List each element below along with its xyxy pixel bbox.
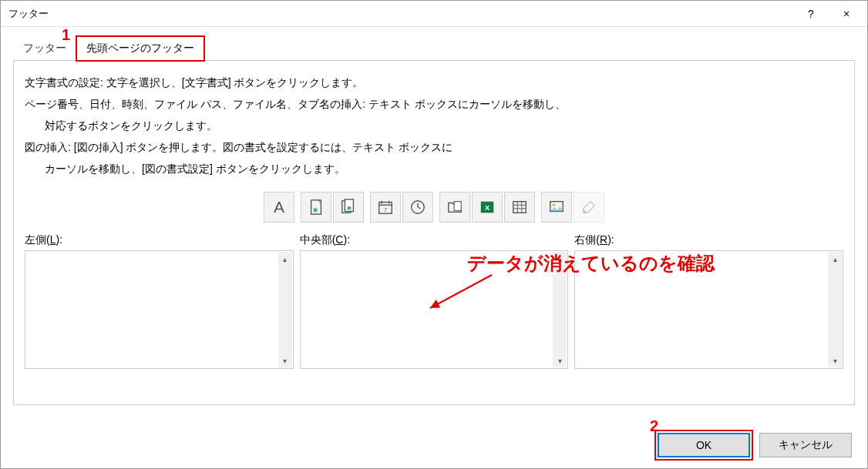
svg-rect-18 <box>513 202 527 213</box>
format-picture-button[interactable] <box>574 192 604 223</box>
scroll-down-icon: ▾ <box>558 353 562 367</box>
svg-point-24 <box>553 204 555 206</box>
svg-line-25 <box>430 275 492 308</box>
tab-panel: 文字書式の設定: 文字を選択し、[文字書式] ボタンをクリックします。 ページ番… <box>13 60 855 405</box>
page-number-icon: # <box>308 199 325 216</box>
page-total-icon: # <box>340 199 357 216</box>
titlebar: フッター ? × <box>1 1 867 27</box>
instruction-line: 対応するボタンをクリックします。 <box>25 115 843 136</box>
instruction-line: 図の挿入: [図の挿入] ボタンを押します。図の書式を設定するには、テキスト ボ… <box>25 136 843 158</box>
scroll-up-icon: ▴ <box>833 252 837 266</box>
svg-line-14 <box>418 207 421 209</box>
titlebar-buttons: ? × <box>793 2 864 26</box>
close-button[interactable]: × <box>829 2 864 26</box>
file-path-button[interactable] <box>439 192 470 223</box>
svg-text:X: X <box>485 204 490 212</box>
window-title: フッター <box>8 7 49 21</box>
instruction-line: ページ番号、日付、時刻、ファイル パス、ファイル名、タブ名の挿入: テキスト ボ… <box>25 93 843 115</box>
callout-2: 2 <box>650 417 658 435</box>
date-button[interactable]: 7 <box>370 192 401 223</box>
picture-icon <box>548 199 565 216</box>
format-picture-icon <box>580 199 597 216</box>
scroll-up-icon: ▴ <box>283 252 287 266</box>
dialog-content: フッター 先頭ページのフッター 文字書式の設定: 文字を選択し、[文字書式] ボ… <box>1 27 867 468</box>
right-section-label: 右側(R): <box>574 233 843 247</box>
callout-arrow-icon <box>424 271 501 317</box>
sheet-icon <box>511 199 528 216</box>
instructions: 文字書式の設定: 文字を選択し、[文字書式] ボタンをクリックします。 ページ番… <box>25 72 843 179</box>
dialog-buttons: OK キャンセル <box>658 433 852 457</box>
left-section-input[interactable]: ▴ ▾ <box>25 250 294 369</box>
section-labels: 左側(L): 中央部(C): 右側(R): <box>25 233 843 247</box>
excel-icon: X <box>479 199 496 216</box>
cancel-button[interactable]: キャンセル <box>759 433 852 457</box>
scroll-down-icon: ▾ <box>833 353 837 367</box>
instruction-line: 文字書式の設定: 文字を選択し、[文字書式] ボタンをクリックします。 <box>25 72 843 93</box>
scroll-down-icon: ▾ <box>283 353 287 367</box>
toolbar: A # # 7 <box>25 192 843 223</box>
tab-strip: フッター 先頭ページのフッター <box>13 36 855 61</box>
help-button[interactable]: ? <box>793 2 829 26</box>
text-format-button[interactable]: A <box>264 192 294 223</box>
time-button[interactable] <box>402 192 433 223</box>
file-name-button[interactable]: X <box>472 192 503 223</box>
callout-text: データが消えているのを確認 <box>467 251 715 276</box>
file-path-icon <box>446 199 463 216</box>
insert-picture-button[interactable] <box>541 192 572 223</box>
ok-button[interactable]: OK <box>658 433 750 457</box>
tab-first-page-footer[interactable]: 先頭ページのフッター <box>76 36 204 61</box>
text-format-icon: A <box>274 198 284 216</box>
left-section-label: 左側(L): <box>25 233 294 247</box>
svg-text:7: 7 <box>384 206 387 213</box>
callout-1: 1 <box>62 26 70 44</box>
help-icon: ? <box>808 8 814 20</box>
center-section-label: 中央部(C): <box>300 233 569 247</box>
page-number-button[interactable]: # <box>301 192 331 223</box>
page-total-button[interactable]: # <box>333 192 364 223</box>
sheet-name-button[interactable] <box>504 192 535 223</box>
scrollbar[interactable]: ▴ ▾ <box>278 252 292 367</box>
close-icon: × <box>843 8 849 20</box>
date-icon: 7 <box>377 199 394 216</box>
time-icon <box>409 199 426 216</box>
svg-rect-15 <box>454 202 461 211</box>
footer-dialog: フッター ? × フッター 先頭ページのフッター 文字書式の設定: 文字を選択し… <box>0 0 868 469</box>
scrollbar[interactable]: ▴ ▾ <box>828 252 842 367</box>
instruction-line: カーソルを移動し、[図の書式設定] ボタンをクリックします。 <box>25 158 843 179</box>
